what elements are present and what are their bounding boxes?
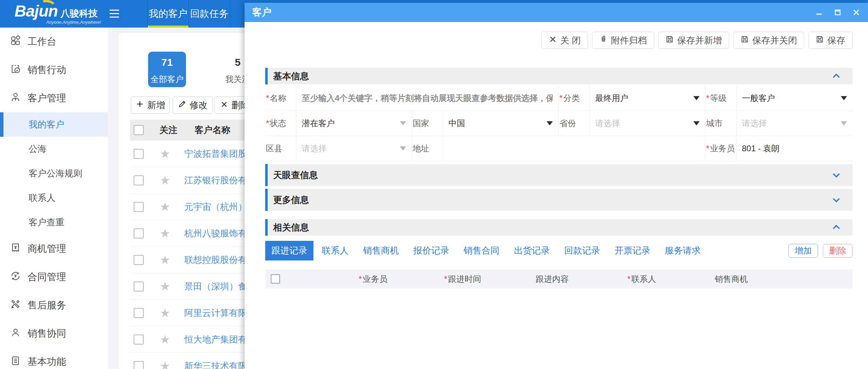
dropdown-arrow-icon [400,121,406,125]
dropdown-arrow-icon [400,146,406,151]
button-label: 附件归档 [611,34,647,47]
basic-info-form: *名称 *分类 最终用户 *等级 一般客户 *状态 潜在客户 国家 中国 省份 … [265,86,852,161]
dropdown-arrow-icon [841,96,847,100]
add-customer-button[interactable]: 新增 [131,96,170,114]
row-checkbox[interactable] [134,149,144,159]
section-basic-info[interactable]: 基本信息 [265,68,852,84]
star-icon[interactable]: ★ [158,279,172,293]
close-window-button[interactable] [852,8,860,17]
attachment-archive-button[interactable]: 附件归档 [592,32,654,49]
section-more-info[interactable]: 更多信息 [265,189,852,211]
sidebar-item-public-sea-rules[interactable]: 客户公海规则 [0,161,108,186]
sidebar-item-customer-management[interactable]: 客户管理 [0,84,108,112]
province-field-label: 省份 [559,111,590,136]
level-select[interactable]: 一般客户 [736,86,852,111]
sidebar-item-workbench[interactable]: 工作台 [0,28,108,56]
modal-titlebar: 客户 [245,3,868,22]
sidebar-item-contract-management[interactable]: 合同管理 [0,263,108,291]
button-label: 保存并关闭 [752,34,797,47]
nav-tab-payment-tasks[interactable]: 回款任务 [189,0,230,28]
row-checkbox[interactable] [134,228,144,238]
tab-sales-contracts[interactable]: 销售合同 [457,241,506,260]
sidebar-item-after-sales-service[interactable]: 售后服务 [0,291,108,319]
section-related-info[interactable]: 相关信息 [265,219,852,236]
sidebar-subitem-label: 客户公海规则 [29,167,82,180]
district-select[interactable]: 请选择 [296,136,412,161]
column-header-opportunity: 销售商机 [686,274,776,285]
section-tianyancha-info[interactable]: 天眼查信息 [265,164,852,186]
sidebar-item-customer-dedupe[interactable]: 客户查重 [0,210,108,235]
stat-card-all-customers[interactable]: 71 全部客户 [148,52,186,87]
tab-contacts[interactable]: 联系人 [316,241,355,260]
province-select[interactable]: 请选择 [590,111,705,136]
delete-row-button[interactable]: 删除 [823,244,852,258]
status-field-label: *状态 [265,111,296,136]
tab-follow-records[interactable]: 跟进记录 [265,241,313,260]
salesman-field[interactable]: 801 - 袁朗 [736,136,852,161]
save-and-new-button[interactable]: 保存并新增 [658,32,729,49]
star-icon[interactable]: ★ [158,226,172,240]
add-row-button[interactable]: 增加 [788,244,818,258]
sidebar-item-contacts[interactable]: 联系人 [0,186,108,210]
user-tie-icon [10,92,21,105]
sidebar-item-my-customers[interactable]: 我的客户 [0,112,108,137]
sidebar-item-sales-collaboration[interactable]: 销售协同 [0,319,108,348]
row-checkbox[interactable] [134,175,144,185]
section-title: 天眼查信息 [273,169,318,181]
sidebar: 工作台 销售行动 客户管理 我的客户 公海 客户公海规则 联系人 客户查重 [0,28,108,369]
save-and-close-button[interactable]: 保存并关闭 [733,32,804,49]
section-title: 相关信息 [273,222,309,234]
window-controls [815,8,860,17]
save-button[interactable]: 保存 [808,32,852,49]
menu-toggle-icon[interactable] [110,10,119,20]
tab-quotation-records[interactable]: 报价记录 [407,241,455,260]
row-checkbox[interactable] [134,255,144,265]
address-input[interactable] [448,144,700,153]
row-checkbox[interactable] [134,361,144,369]
select-all-checkbox[interactable] [134,125,144,135]
minimize-button[interactable] [815,8,823,17]
follow-column-header: 关注 [159,124,177,136]
status-select[interactable]: 潜在客户 [296,111,412,136]
tab-payment-records[interactable]: 回款记录 [558,241,606,260]
chevron-up-icon[interactable] [831,222,841,233]
nav-tab-my-customers[interactable]: 我的客户 [147,0,189,28]
row-checkbox[interactable] [134,202,144,212]
paperclip-icon [599,35,608,46]
button-label: 保存 [827,34,845,47]
sidebar-item-sales-actions[interactable]: 销售行动 [0,56,108,84]
star-icon[interactable]: ★ [158,200,172,214]
maximize-button[interactable] [834,8,842,17]
sidebar-item-basic-functions[interactable]: 基本功能 [0,348,108,369]
column-header-follow-content: 跟进内容 [507,274,597,285]
edit-customer-button[interactable]: 修改 [173,96,213,114]
tab-invoice-records[interactable]: 开票记录 [608,241,657,260]
chevron-up-icon[interactable] [831,71,841,81]
sidebar-item-opportunity-management[interactable]: 商机管理 [0,235,108,263]
logo-cn-text: 八骏科技 [61,7,98,20]
tab-service-requests[interactable]: 服务请求 [659,241,707,260]
chevron-down-icon[interactable] [831,170,841,180]
tab-opportunities[interactable]: 销售商机 [357,241,405,260]
star-icon[interactable]: ★ [158,173,172,187]
sidebar-item-label: 客户管理 [28,92,66,105]
row-checkbox[interactable] [134,281,144,291]
row-checkbox[interactable] [134,308,144,318]
sidebar-subitem-label: 联系人 [29,192,55,204]
sidebar-item-public-sea[interactable]: 公海 [0,137,108,161]
row-checkbox[interactable] [134,335,144,345]
related-select-all-checkbox[interactable] [271,274,280,284]
star-icon[interactable]: ★ [158,306,172,320]
name-input[interactable] [302,93,553,103]
chevron-down-icon[interactable] [831,195,841,205]
country-select[interactable]: 中国 [443,111,559,136]
star-icon[interactable]: ★ [158,147,172,161]
star-icon[interactable]: ★ [158,253,172,267]
star-icon[interactable]: ★ [158,359,172,369]
modal-close-button[interactable]: 关 闭 [541,32,588,49]
category-select[interactable]: 最终用户 [590,86,705,111]
star-icon[interactable]: ★ [158,332,172,346]
city-select[interactable]: 请选择 [736,111,852,136]
section-title: 基本信息 [273,70,309,82]
tab-shipment-records[interactable]: 出货记录 [508,241,556,260]
